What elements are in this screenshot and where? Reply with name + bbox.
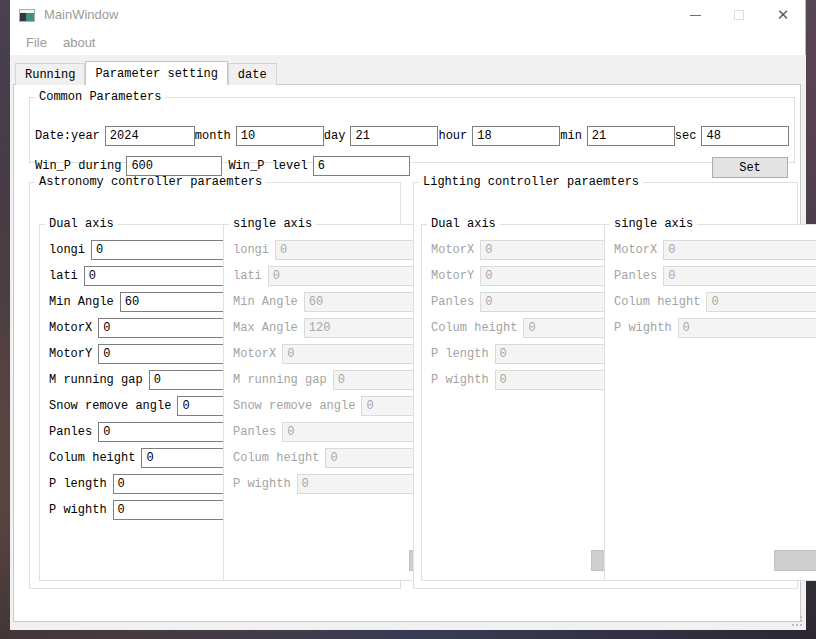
minimize-button[interactable] [673,0,717,30]
panles-label: Panles [233,425,276,439]
maximize-icon [734,10,744,20]
motorx-input [663,240,816,260]
tab-date[interactable]: date [228,63,277,85]
param-rows: MotorXWPanlespcsColum heightcmP wighthcm [605,231,816,341]
panles-input [663,266,816,286]
group-lighting-controller: Lighting controller paraemters Dual axis… [413,175,798,589]
snow-remove-angle-label: Snow remove angle [233,399,355,413]
p-wighth-input [678,318,816,338]
date-row: Date:yearmonthdayhourminsec [35,126,789,146]
win-p-level-input[interactable] [313,156,410,176]
panles-label: Panles [614,269,657,283]
colum-height-label: Colum height [49,451,135,465]
panles-label: Panles [49,425,92,439]
field-pair: Date:year [35,126,195,146]
motory-label: MotorY [49,347,92,361]
group-title: Dual axis [45,217,118,231]
app-icon [19,9,35,22]
motorx-label: MotorX [614,243,657,257]
m-running-gap-label: M running gap [233,373,327,387]
hour-input[interactable] [472,126,560,146]
group-title: Common Parameters [35,90,165,104]
group-title: Lighting controller paraemters [419,175,643,189]
hour-label: hour [438,129,467,143]
param-row: MotorXW [605,237,816,263]
desktop-background: MainWindow ✕ File about RunningParameter… [0,0,816,639]
lati-label: lati [233,269,262,283]
win-p-during-input[interactable] [126,156,222,176]
date-year-label: Date:year [35,129,100,143]
field-pair: Win_P during [35,156,222,176]
field-pair: month [195,126,324,146]
min-angle-label: Min Angle [233,295,298,309]
p-wighth-label: P wighth [614,321,672,335]
colum-height-label: Colum height [233,451,319,465]
field-pair: day [324,126,439,146]
close-icon: ✕ [777,6,790,24]
panles-label: Panles [431,295,474,309]
m-running-gap-label: M running gap [49,373,143,387]
sec-input[interactable] [701,126,789,146]
min-angle-label: Min Angle [49,295,114,309]
group-astronomy-controller: Astronomy controller paraemters Dual axi… [29,175,401,589]
longi-label: longi [233,243,269,257]
min-label: min [560,129,582,143]
maximize-button[interactable] [717,0,761,30]
window-controls: ✕ [673,0,805,30]
param-row: Colum heightcm [605,289,816,315]
p-wighth-label: P wighth [233,477,291,491]
p-length-label: P length [49,477,107,491]
sec-label: sec [675,129,697,143]
tab-bar: RunningParameter settingdate [15,61,277,85]
p-wighth-label: P wighth [431,373,489,387]
field-pair: Win_P level [228,156,409,176]
month-label: month [195,129,231,143]
close-button[interactable]: ✕ [761,0,805,30]
field-pair: min [560,126,675,146]
group-common-parameters: Common Parameters Date:yearmonthdayhourm… [29,90,795,163]
motorx-label: MotorX [431,243,474,257]
day-input[interactable] [350,126,438,146]
longi-label: longi [49,243,85,257]
menu-file[interactable]: File [18,35,55,50]
main-window: MainWindow ✕ File about RunningParameter… [10,0,806,630]
p-wighth-label: P wighth [49,503,107,517]
group-title: single axis [229,217,316,231]
menu-bar: File about [10,30,805,55]
group-lighting-single-axis: single axis MotorXWPanlespcsColum height… [604,217,816,581]
date-year-input[interactable] [105,126,195,146]
group-title: single axis [610,217,697,231]
p-length-label: P length [431,347,489,361]
motorx-label: MotorX [233,347,276,361]
motory-label: MotorY [431,269,474,283]
group-title: Astronomy controller paraemters [35,175,266,189]
win-p-level-label: Win_P level [228,159,307,173]
day-label: day [324,129,346,143]
field-pair: hour [438,126,560,146]
group-title: Dual axis [427,217,500,231]
win-row: Win_P duringWin_P level [35,156,706,176]
snow-remove-angle-label: Snow remove angle [49,399,171,413]
minimize-icon [690,15,701,16]
window-title: MainWindow [44,7,118,22]
param-row: Panlespcs [605,263,816,289]
central-widget: RunningParameter settingdate Common Para… [10,55,806,630]
month-input[interactable] [236,126,324,146]
tab-page-parameter-setting: Common Parameters Date:yearmonthdayhourm… [13,84,801,622]
colum-height-label: Colum height [614,295,700,309]
title-bar: MainWindow ✕ [10,0,805,30]
colum-height-label: Colum height [431,321,517,335]
motorx-label: MotorX [49,321,92,335]
tab-parameter-setting[interactable]: Parameter setting [85,61,227,85]
max-angle-label: Max Angle [233,321,298,335]
menu-about[interactable]: about [55,35,104,50]
colum-height-input [706,292,816,312]
param-row: P wighthcm [605,315,816,341]
lati-label: lati [49,269,78,283]
field-pair: sec [675,126,790,146]
min-input[interactable] [587,126,675,146]
tab-running[interactable]: Running [15,63,85,85]
send-button-lighting-single: Send [774,550,816,571]
win-p-during-label: Win_P during [35,159,121,173]
